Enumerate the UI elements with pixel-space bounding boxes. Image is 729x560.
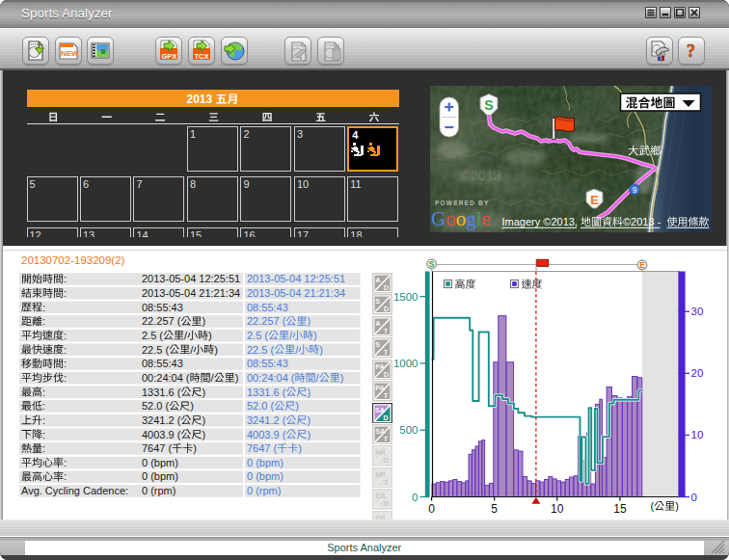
- svg-text::: :: [64, 470, 67, 482]
- svg-text:0 (bpm): 0 (bpm): [142, 457, 178, 468]
- svg-text:22.257 (: 22.257 (: [142, 315, 181, 327]
- svg-text::: :: [42, 387, 45, 398]
- svg-text:20130702-193209(2): 20130702-193209(2): [21, 254, 125, 266]
- svg-text:E: E: [639, 260, 645, 270]
- svg-text:2013-05-04 12:25:51: 2013-05-04 12:25:51: [142, 273, 240, 284]
- svg-text:): ): [307, 315, 310, 327]
- svg-text:2.5 (: 2.5 (: [142, 330, 163, 341]
- svg-text::: :: [42, 315, 45, 327]
- svg-text:15: 15: [613, 502, 627, 516]
- svg-text:00:24:04 (: 00:24:04 (: [142, 372, 190, 384]
- svg-text:2013-05-04 21:21:34: 2013-05-04 21:21:34: [142, 287, 240, 299]
- svg-text:POWERED BY: POWERED BY: [435, 200, 489, 206]
- svg-text:): ): [202, 387, 205, 398]
- svg-text:3241.2 (: 3241.2 (: [247, 414, 286, 426]
- svg-text::: :: [42, 302, 45, 313]
- svg-text:4003.9 (: 4003.9 (: [142, 429, 181, 440]
- svg-text::: :: [64, 358, 67, 369]
- svg-text:22.257 (: 22.257 (: [247, 315, 286, 327]
- svg-text:E: E: [590, 192, 599, 206]
- svg-text:0 (rpm): 0 (rpm): [142, 485, 176, 496]
- svg-text:10: 10: [691, 429, 704, 440]
- svg-text:): ): [340, 372, 344, 384]
- svg-text::: :: [42, 429, 45, 440]
- svg-text:7647 (: 7647 (: [142, 442, 173, 454]
- svg-text:2013-05-04 12:25:51: 2013-05-04 12:25:51: [247, 273, 345, 284]
- svg-text:0: 0: [412, 492, 418, 503]
- svg-text:): ): [307, 429, 310, 440]
- svg-text:1500: 1500: [393, 291, 418, 303]
- svg-text:): ): [319, 344, 323, 356]
- svg-text:S: S: [429, 259, 435, 269]
- svg-text:1331.6 (: 1331.6 (: [142, 387, 181, 398]
- svg-text:): ): [202, 429, 205, 440]
- svg-text:0 (rpm): 0 (rpm): [247, 485, 281, 496]
- svg-text:30: 30: [691, 306, 704, 317]
- svg-text:): ): [190, 400, 194, 412]
- svg-text:(: (: [651, 500, 655, 512]
- svg-text:7647 (: 7647 (: [247, 442, 278, 454]
- svg-text:08:55:43: 08:55:43: [142, 302, 183, 313]
- svg-text:08:55:43: 08:55:43: [247, 358, 288, 369]
- svg-text::: :: [64, 287, 67, 299]
- svg-text:0: 0: [691, 492, 697, 503]
- svg-text:): ): [235, 372, 239, 384]
- svg-text:00:24:04 (: 00:24:04 (: [247, 372, 295, 384]
- svg-text:2.5 (: 2.5 (: [247, 330, 268, 341]
- svg-text:3241.2 (: 3241.2 (: [142, 414, 181, 426]
- svg-text:9: 9: [633, 185, 637, 195]
- svg-text:22.5 (: 22.5 (: [142, 344, 169, 356]
- svg-text:?: ?: [687, 41, 695, 61]
- svg-text:Avg. Cycling Cadence:: Avg. Cycling Cadence:: [21, 485, 128, 496]
- svg-text:4003.9 (: 4003.9 (: [247, 429, 286, 440]
- svg-text:©2013: ©2013: [461, 167, 501, 182]
- svg-text:1331.6 (: 1331.6 (: [247, 387, 286, 398]
- svg-text:S: S: [484, 96, 493, 112]
- svg-text:): ): [307, 387, 310, 398]
- svg-text:2013-05-04 21:21:34: 2013-05-04 21:21:34: [247, 287, 345, 299]
- svg-text:Google: Google: [431, 206, 491, 229]
- svg-text:08:55:43: 08:55:43: [142, 358, 183, 369]
- svg-text:): ): [193, 442, 197, 454]
- svg-text:0 (bpm): 0 (bpm): [142, 470, 178, 482]
- svg-text:Imagery ©2013,: Imagery ©2013,: [502, 216, 578, 227]
- svg-text:): ): [202, 315, 205, 327]
- svg-text:0 (bpm): 0 (bpm): [247, 470, 284, 482]
- svg-text:): ): [675, 500, 679, 512]
- svg-text:20: 20: [691, 367, 704, 379]
- svg-text:): ): [208, 330, 212, 341]
- svg-text:0 (bpm): 0 (bpm): [247, 457, 284, 468]
- svg-text:52.0 (: 52.0 (: [142, 400, 169, 412]
- svg-text:0: 0: [428, 502, 435, 516]
- svg-text:): ): [313, 330, 317, 341]
- svg-text:): ): [295, 400, 299, 412]
- svg-text:5: 5: [491, 502, 498, 516]
- svg-text::: :: [64, 372, 67, 384]
- svg-text:52.0 (: 52.0 (: [247, 400, 274, 412]
- svg-text:): ): [307, 414, 310, 426]
- svg-text:08:55:43: 08:55:43: [247, 302, 288, 313]
- svg-text:500: 500: [399, 424, 418, 436]
- svg-text::: :: [64, 273, 67, 284]
- svg-text::: :: [64, 344, 67, 356]
- svg-text::: :: [42, 414, 45, 426]
- svg-text:): ): [202, 414, 205, 426]
- svg-text::: :: [42, 400, 45, 412]
- svg-text::: :: [64, 457, 67, 468]
- svg-text:22.5 (: 22.5 (: [247, 344, 274, 356]
- svg-text:10: 10: [551, 502, 564, 516]
- svg-text:1000: 1000: [393, 358, 418, 369]
- svg-text:): ): [214, 344, 218, 356]
- svg-text:©2013 -: ©2013 -: [623, 216, 662, 227]
- svg-text::: :: [64, 330, 67, 341]
- svg-text::: :: [42, 442, 45, 454]
- svg-text:): ): [298, 442, 302, 454]
